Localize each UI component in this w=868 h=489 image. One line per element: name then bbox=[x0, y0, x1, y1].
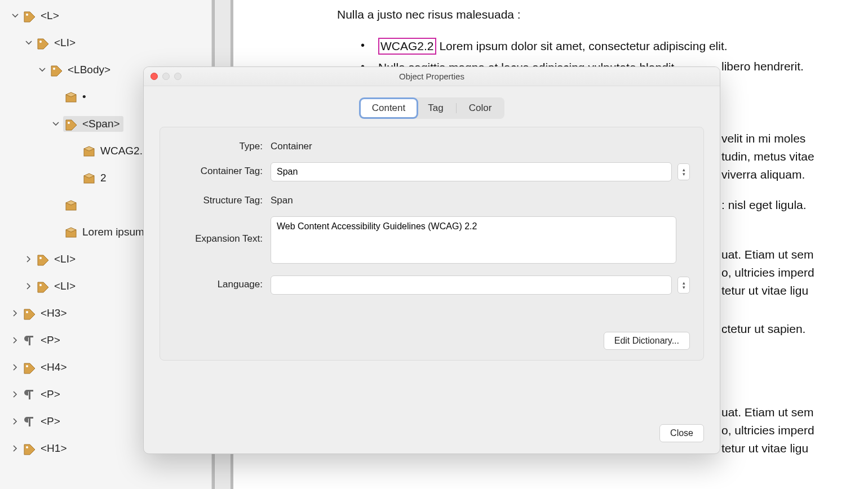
tree-label: <P> bbox=[41, 334, 60, 346]
chevron-right-icon[interactable] bbox=[10, 443, 20, 454]
chevron-right-icon[interactable] bbox=[10, 389, 20, 399]
tag-icon bbox=[23, 306, 36, 320]
tree-label: Lorem ipsum bbox=[82, 226, 144, 238]
container-icon bbox=[82, 144, 96, 158]
close-button[interactable]: Close bbox=[659, 424, 704, 442]
container-icon bbox=[64, 198, 78, 212]
content-panel: Type: Container Container Tag: ▴▾ Struct… bbox=[160, 127, 704, 361]
tab-content[interactable]: Content bbox=[361, 99, 417, 117]
tree-label: <H3> bbox=[41, 307, 67, 319]
chevron-down-icon[interactable] bbox=[10, 11, 20, 21]
tree-label: WCAG2. bbox=[100, 145, 143, 157]
tag-icon bbox=[23, 361, 36, 374]
doc-intro-line: Nulla a justo nec risus malesuada : bbox=[337, 6, 867, 24]
chevron-right-icon[interactable] bbox=[10, 416, 20, 426]
tree-label: <P> bbox=[41, 388, 60, 401]
doc-fragment: tetur ut vitae ligu bbox=[721, 284, 808, 297]
doc-fragment: libero hendrerit. bbox=[721, 60, 804, 73]
tree-node-li[interactable]: <LI> bbox=[0, 29, 211, 56]
app-root: <L> <LI> <LBody> • <Span> WCAG2. bbox=[0, 0, 868, 489]
tag-icon bbox=[50, 63, 63, 77]
zoom-window-icon[interactable] bbox=[174, 73, 181, 80]
tree-label: <LI> bbox=[54, 280, 76, 292]
bullet-rest: Lorem ipsum dolor sit amet, consectetur … bbox=[436, 39, 728, 52]
chevron-down-icon[interactable] bbox=[37, 65, 47, 75]
tab-divider bbox=[456, 103, 457, 113]
label-language: Language: bbox=[174, 275, 271, 290]
paragraph-icon bbox=[23, 415, 36, 428]
tree-label: <H4> bbox=[41, 361, 67, 374]
chevron-right-icon[interactable] bbox=[24, 254, 34, 264]
paragraph-icon bbox=[23, 388, 36, 401]
doc-fragment: velit in mi moles bbox=[721, 132, 805, 145]
doc-fragment: uat. Etiam ut sem bbox=[721, 406, 813, 419]
tag-icon bbox=[36, 252, 50, 266]
tree-label: <LI> bbox=[54, 37, 76, 49]
close-window-icon[interactable] bbox=[150, 73, 158, 80]
container-tag-input[interactable] bbox=[271, 162, 672, 181]
tree-label: <LI> bbox=[54, 253, 76, 265]
window-title: Object Properties bbox=[399, 72, 464, 81]
tree-label: <LBody> bbox=[68, 64, 110, 76]
tag-icon bbox=[64, 117, 78, 131]
minimize-window-icon[interactable] bbox=[162, 73, 170, 80]
object-properties-window[interactable]: Object Properties Content Tag Color Type… bbox=[143, 66, 720, 454]
bullet-text: WCAG2.2 Lorem ipsum dolor sit amet, cons… bbox=[378, 37, 728, 55]
tag-icon bbox=[36, 36, 50, 50]
selected-span-highlight[interactable]: WCAG2.2 bbox=[378, 38, 436, 55]
property-tabs: Content Tag Color bbox=[144, 86, 720, 127]
tree-node-l[interactable]: <L> bbox=[0, 2, 211, 29]
doc-fragment: uat. Etiam ut sem bbox=[721, 248, 813, 261]
doc-fragment: ctetur ut sapien. bbox=[721, 322, 805, 336]
tree-label: <Span> bbox=[82, 118, 120, 130]
chevron-right-icon[interactable] bbox=[10, 335, 20, 345]
tag-icon bbox=[36, 279, 50, 293]
label-type: Type: bbox=[174, 137, 271, 152]
tree-label: 2 bbox=[100, 172, 107, 184]
bullet-glyph: • bbox=[361, 37, 365, 53]
tree-label: <H1> bbox=[41, 442, 67, 455]
label-container-tag: Container Tag: bbox=[174, 162, 271, 177]
container-tag-stepper[interactable]: ▴▾ bbox=[677, 163, 690, 180]
window-titlebar[interactable]: Object Properties bbox=[144, 67, 720, 86]
doc-fragment: viverra aliquam. bbox=[721, 168, 805, 181]
value-structure-tag: Span bbox=[271, 192, 293, 206]
chevron-right-icon[interactable] bbox=[10, 362, 20, 372]
tag-icon bbox=[23, 9, 36, 23]
doc-fragment: o, ultricies imperd bbox=[721, 266, 814, 279]
doc-fragment: tudin, metus vitae bbox=[721, 150, 814, 163]
chevron-right-icon[interactable] bbox=[10, 308, 20, 318]
tree-label: <P> bbox=[41, 415, 60, 428]
tree-label: <L> bbox=[41, 10, 59, 22]
container-icon bbox=[64, 90, 78, 104]
expansion-text-input[interactable]: Web Content Accessibility Guidelines (WC… bbox=[271, 216, 676, 264]
value-type: Container bbox=[271, 137, 312, 152]
chevron-down-icon[interactable] bbox=[24, 38, 34, 48]
label-structure-tag: Structure Tag: bbox=[174, 192, 271, 206]
tab-tag[interactable]: Tag bbox=[417, 99, 454, 117]
language-stepper[interactable]: ▴▾ bbox=[677, 277, 690, 294]
container-icon bbox=[64, 225, 78, 239]
chevron-down-icon[interactable] bbox=[51, 119, 61, 129]
tag-icon bbox=[23, 442, 36, 455]
doc-fragment: : nisl eget ligula. bbox=[721, 198, 807, 212]
edit-dictionary-button[interactable]: Edit Dictionary... bbox=[604, 332, 690, 350]
paragraph-icon bbox=[23, 334, 36, 347]
tab-color[interactable]: Color bbox=[458, 99, 503, 117]
language-input[interactable] bbox=[271, 275, 672, 295]
doc-fragment: tetur ut vitae ligu bbox=[721, 442, 808, 455]
window-controls bbox=[150, 73, 181, 80]
chevron-right-icon[interactable] bbox=[24, 281, 34, 291]
label-expansion: Expansion Text: bbox=[174, 216, 271, 244]
container-icon bbox=[82, 171, 96, 185]
doc-fragment: o, ultricies imperd bbox=[721, 424, 814, 437]
tree-label: • bbox=[82, 91, 86, 103]
